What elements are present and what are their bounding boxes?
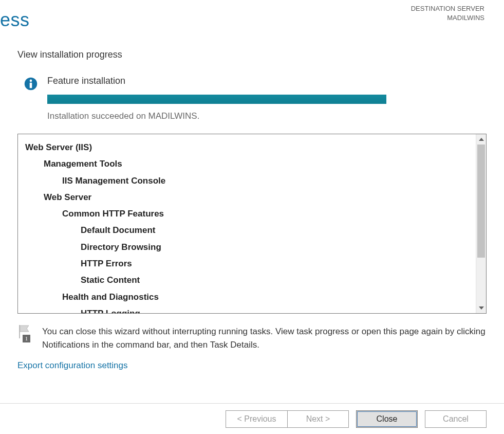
feature-list[interactable]: Web Server (IIS) Management Tools IIS Ma… [18,134,476,313]
hint-text: You can close this wizard without interr… [42,325,487,352]
close-button[interactable]: Close [356,410,418,428]
tree-item: Default Document [81,222,472,239]
scroll-thumb[interactable] [477,144,485,258]
tree-item: HTTP Errors [81,256,472,272]
scroll-up-button[interactable] [476,134,486,144]
export-config-link[interactable]: Export configuration settings [17,360,128,371]
scroll-down-button[interactable] [476,303,486,313]
svg-point-1 [30,80,32,82]
tree-item: IIS Management Console [62,173,472,189]
content: View installation progress Feature insta… [17,49,487,371]
status-text: Installation succeeded on MADILWINS. [47,111,487,121]
footer: < Previous Next > Close Cancel [0,403,504,434]
cancel-button: Cancel [425,410,487,428]
tree-item: Static Content [81,272,472,288]
prev-next-group: < Previous Next > [226,410,349,428]
tree-item: Health and Diagnostics [62,289,472,305]
scrollbar[interactable] [476,134,486,313]
next-button: Next > [287,410,349,428]
scroll-track[interactable] [476,144,486,303]
tree-item: Management Tools [44,156,472,172]
feature-list-box: Web Server (IIS) Management Tools IIS Ma… [17,134,487,314]
subheading: View installation progress [17,49,487,60]
chevron-up-icon [479,138,484,141]
tree-item: Web Server [44,189,472,206]
hint-row: 1 You can close this wizard without inte… [17,325,487,352]
destination-server-block: DESTINATION SERVER MADILWINS [411,4,484,22]
tree-item: Web Server (IIS) [25,139,472,156]
header: ess DESTINATION SERVER MADILWINS [0,0,504,36]
tree-item: Directory Browsing [81,239,472,256]
notification-flag-icon: 1 [17,325,33,342]
svg-text:1: 1 [25,335,28,341]
wizard-container: ess DESTINATION SERVER MADILWINS View in… [0,0,504,434]
info-icon [24,77,38,91]
tree-item: Common HTTP Features [62,206,472,222]
feature-row: Feature installation Installation succee… [24,76,487,132]
destination-label: DESTINATION SERVER [411,4,484,13]
destination-value: MADILWINS [411,13,484,23]
tree-item: HTTP Logging [81,305,472,313]
svg-rect-2 [30,83,32,88]
feature-title: Feature installation [47,76,487,86]
chevron-down-icon [479,306,484,310]
previous-button: < Previous [226,410,287,428]
progress-bar [47,95,386,104]
page-title: ess [0,9,30,31]
feature-col: Feature installation Installation succee… [47,76,487,132]
